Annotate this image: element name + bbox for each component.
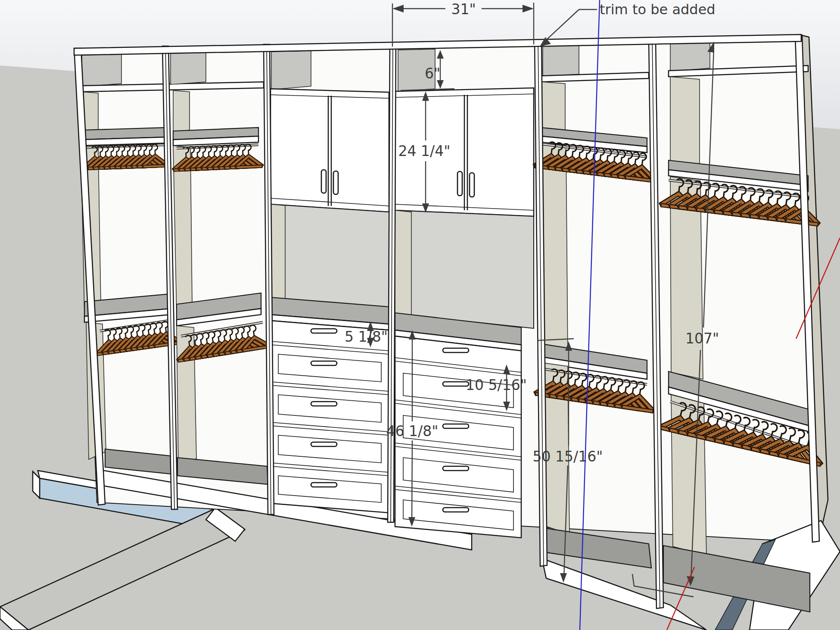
dim-5-1-8-label[interactable]: 5 1/8" xyxy=(345,328,388,345)
dim-46-1-8-label[interactable]: 46 1/8" xyxy=(386,423,439,440)
cabinet-door-handle[interactable] xyxy=(321,170,326,193)
section-4[interactable] xyxy=(395,49,534,538)
drawer-handle[interactable] xyxy=(443,508,469,512)
drawer-handle[interactable] xyxy=(311,442,337,446)
drawer-handle[interactable] xyxy=(443,424,469,428)
dim-6-label[interactable]: 6" xyxy=(425,65,440,82)
drawer-handle[interactable] xyxy=(311,483,337,487)
trim-note-label[interactable]: trim to be added xyxy=(600,1,716,18)
dim-24-1-4-label[interactable]: 24 1/4" xyxy=(398,143,451,159)
sketchup-viewport: 31" trim to be added 6" 24 1/4" 5 1/8" xyxy=(0,0,840,630)
drawer-handle[interactable] xyxy=(311,402,337,406)
closet-model-canvas: 31" trim to be added 6" 24 1/4" 5 1/8" xyxy=(0,0,840,630)
drawer-handle[interactable] xyxy=(311,329,337,333)
drawer-unit-left[interactable] xyxy=(271,321,389,513)
dim-50-15-16-label[interactable]: 50 15/16" xyxy=(533,448,603,465)
section-3[interactable] xyxy=(271,51,389,513)
cabinet-door-handle[interactable] xyxy=(470,173,474,197)
cabinet-door-handle[interactable] xyxy=(457,172,462,196)
upper-cabinet-left[interactable] xyxy=(271,89,389,212)
dim-107-label[interactable]: 107" xyxy=(685,330,719,347)
drawer-handle[interactable] xyxy=(311,361,337,365)
drawer-handle[interactable] xyxy=(443,382,469,386)
drawer-handle[interactable] xyxy=(443,348,469,352)
drawer-handle[interactable] xyxy=(443,466,469,471)
dim-10-5-16-label[interactable]: 10 5/16" xyxy=(466,377,527,393)
cabinet-door-handle[interactable] xyxy=(333,171,338,194)
dim-31-label[interactable]: 31" xyxy=(451,1,476,18)
